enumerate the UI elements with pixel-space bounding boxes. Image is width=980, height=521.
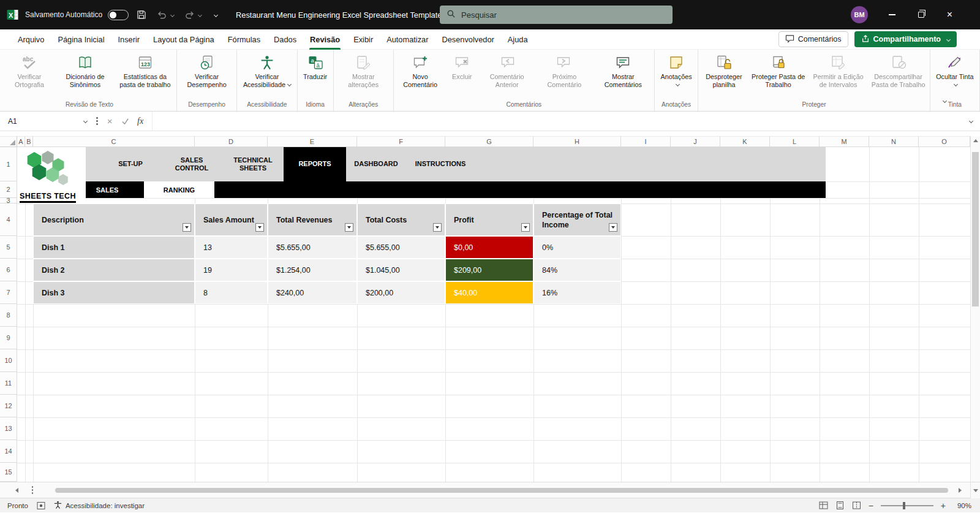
column-header-c[interactable]: C [33, 136, 195, 147]
menu-tab-layout-da-pagina[interactable]: Layout da Página [146, 29, 221, 50]
filter-button-profit[interactable] [521, 223, 530, 232]
menu-tab-ajuda[interactable]: Ajuda [501, 29, 535, 50]
column-header-g[interactable]: G [445, 136, 533, 147]
page-layout-view-icon[interactable] [835, 501, 845, 510]
table-cell-dish-1-profit[interactable]: $0,00 [445, 236, 533, 259]
nav-tab-instructions[interactable]: INSTRUCTIONS [406, 147, 475, 181]
page-break-view-icon[interactable] [852, 501, 861, 510]
ribbon-button-anotacoes[interactable]: Anotações [656, 50, 697, 89]
nav-tab-set-up[interactable]: SET-UP [100, 147, 161, 181]
sheet-tab-menu-button[interactable] [24, 482, 40, 498]
nav-tab-technical-sheets[interactable]: TECHNICAL SHEETS [222, 147, 284, 181]
column-header-d[interactable]: D [195, 136, 268, 147]
column-header-i[interactable]: I [621, 136, 671, 147]
row-header-10[interactable]: 10 [0, 349, 17, 372]
formula-bar-expand-button[interactable] [959, 112, 980, 131]
table-cell-dish-2-description[interactable]: Dish 2 [33, 259, 195, 281]
menu-tab-formulas[interactable]: Fórmulas [221, 29, 267, 50]
table-cell-dish-3-total-revenues[interactable]: $240,00 [268, 281, 357, 304]
table-cell-dish-2-profit[interactable]: $209,00 [445, 259, 533, 281]
sub-tab-ranking[interactable]: RANKING [144, 181, 214, 198]
normal-view-icon[interactable] [819, 501, 828, 510]
row-header-4[interactable]: 4 [0, 203, 17, 236]
row-header-14[interactable]: 14 [0, 440, 17, 463]
avatar[interactable]: BM [851, 6, 868, 23]
autosave-toggle[interactable] [108, 10, 129, 20]
column-header-n[interactable]: N [869, 136, 919, 147]
ribbon-button-verificar-acessibilidade[interactable]: Verificar Acessibilidade [238, 50, 295, 89]
search-box[interactable]: Pesquisar [440, 6, 673, 24]
share-button[interactable]: Compartilhamento [854, 31, 957, 47]
row-header-3[interactable]: 3 [0, 198, 17, 203]
filter-button-sales-amount[interactable] [255, 223, 264, 232]
table-cell-dish-1-description[interactable]: Dish 1 [33, 236, 195, 259]
row-header-1[interactable]: 1 [0, 147, 17, 181]
zoom-out-button[interactable]: − [869, 501, 873, 510]
name-box[interactable]: A1 [0, 112, 92, 131]
column-header-m[interactable]: M [820, 136, 869, 147]
row-header-5[interactable]: 5 [0, 236, 17, 259]
menu-tab-dados[interactable]: Dados [267, 29, 303, 50]
column-header-e[interactable]: E [268, 136, 357, 147]
nav-tab-reports[interactable]: REPORTS [284, 147, 346, 181]
horizontal-scrollbar-thumb[interactable] [55, 488, 948, 493]
accessibility-status[interactable]: Acessibilidade: investigar [54, 501, 145, 510]
zoom-slider[interactable] [881, 505, 933, 506]
ribbon-button-estatisticas-da-pasta-de-trabalho[interactable]: 123Estatísticas da pasta de trabalho [115, 50, 175, 89]
zoom-slider-knob[interactable] [903, 502, 905, 509]
table-cell-dish-2-total-costs[interactable]: $1.045,00 [357, 259, 445, 281]
insert-function-button[interactable]: fx [133, 113, 148, 129]
menu-tab-automatizar[interactable]: Automatizar [380, 29, 435, 50]
nav-tab-dashboard[interactable]: DASHBOARD [346, 147, 406, 181]
nav-tab-sales-control[interactable]: SALES CONTROL [161, 147, 222, 181]
column-header-f[interactable]: F [357, 136, 445, 147]
maximize-button[interactable] [907, 0, 935, 29]
table-cell-dish-1-total-costs[interactable]: $5.655,00 [357, 236, 445, 259]
scroll-right-button[interactable] [952, 482, 968, 498]
filter-button-total-revenues[interactable] [345, 223, 353, 232]
column-header-b[interactable]: B [25, 136, 33, 147]
table-cell-dish-3-total-costs[interactable]: $200,00 [357, 281, 445, 304]
ribbon-button-dicionario-de-sinonimos[interactable]: Dicionário de Sinônimos [55, 50, 115, 89]
close-button[interactable]: × [935, 0, 964, 29]
save-button[interactable] [134, 7, 149, 23]
filter-button-total-costs[interactable] [433, 223, 442, 232]
row-header-13[interactable]: 13 [0, 417, 17, 440]
ribbon-button-traduzir[interactable]: aâTraduzir [299, 50, 332, 81]
document-title[interactable]: Restaurant Menu Engineering Excel Spread… [236, 10, 451, 20]
macro-record-icon[interactable] [37, 501, 45, 510]
filter-button-percentage-of-total-income[interactable] [609, 223, 617, 232]
table-cell-dish-2-total-revenues[interactable]: $1.254,00 [268, 259, 357, 281]
ribbon-button-proteger-pasta-de-trabalho[interactable]: Proteger Pasta de Trabalho [748, 50, 809, 89]
row-header-7[interactable]: 7 [0, 281, 17, 304]
scroll-down-button[interactable] [970, 482, 980, 498]
ribbon-button-ocultar-tinta[interactable]: Ocultar Tinta [932, 50, 978, 89]
ribbon-button-mostrar-comentarios[interactable]: Mostrar Comentários [594, 50, 653, 89]
vertical-scrollbar-thumb[interactable] [972, 152, 979, 306]
table-cell-dish-1-sales-amount[interactable]: 13 [195, 236, 268, 259]
column-header-a[interactable]: A [17, 136, 25, 147]
table-cell-dish-2-percentage[interactable]: 84% [533, 259, 621, 281]
zoom-level[interactable]: 90% [953, 502, 971, 509]
select-all-button[interactable] [0, 136, 17, 147]
column-header-o[interactable]: O [919, 136, 970, 147]
horizontal-scrollbar[interactable] [53, 488, 951, 493]
excel-app-icon[interactable]: X [6, 8, 20, 21]
table-cell-dish-3-description[interactable]: Dish 3 [33, 281, 195, 304]
formula-input[interactable] [152, 112, 959, 131]
collapse-ribbon-button[interactable] [936, 95, 951, 106]
menu-tab-inserir[interactable]: Inserir [111, 29, 147, 50]
sheet-tab-scroll-left-button[interactable] [9, 482, 24, 498]
menu-tab-arquivo[interactable]: Arquivo [11, 29, 51, 50]
scroll-up-icon[interactable] [973, 139, 978, 142]
row-header-2[interactable]: 2 [0, 181, 17, 198]
ribbon-button-desproteger-planilha[interactable]: Desproteger planilha [699, 50, 748, 89]
table-cell-dish-1-percentage[interactable]: 0% [533, 236, 621, 259]
column-header-l[interactable]: L [770, 136, 820, 147]
filter-button-description[interactable] [183, 223, 191, 232]
menu-tab-revisao[interactable]: Revisão [303, 29, 347, 50]
row-header-6[interactable]: 6 [0, 259, 17, 281]
table-cell-dish-2-sales-amount[interactable]: 19 [195, 259, 268, 281]
table-cell-dish-3-percentage[interactable]: 16% [533, 281, 621, 304]
zoom-in-button[interactable]: + [941, 501, 946, 510]
